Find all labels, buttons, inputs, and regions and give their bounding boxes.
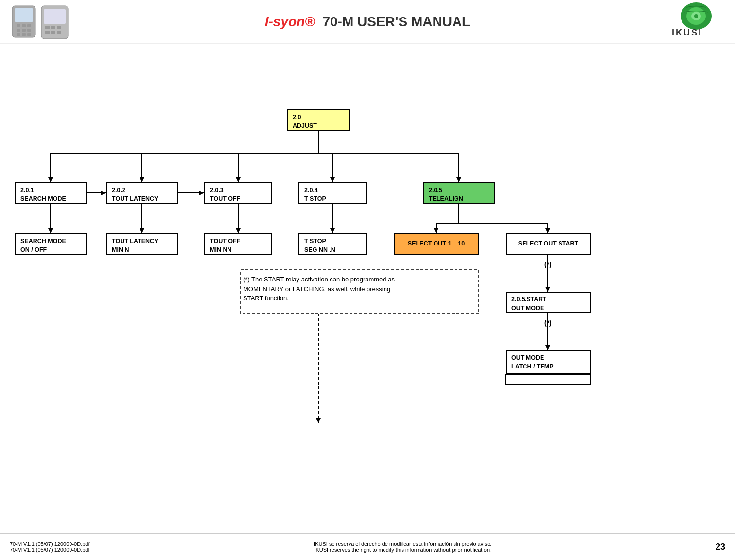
node-tout-latency-sub-l1: TOUT LATENCY <box>112 237 172 246</box>
diagram-area: 2.0 ADJUST 2.0.1 SEARCH MODE 2.0.2 TOUT … <box>0 44 735 520</box>
node-2-0-1-label: SEARCH MODE <box>20 195 81 204</box>
svg-point-22 <box>694 14 698 18</box>
svg-text:IKUSI: IKUSI <box>672 28 702 37</box>
svg-marker-37 <box>48 228 53 233</box>
node-2-0-5-start-l1: 2.0.5.START <box>511 296 585 304</box>
node-2-0-3-label: TOUT OFF <box>210 195 266 204</box>
svg-marker-29 <box>140 177 144 182</box>
footer-left: 70-M V1.1 (05/07) 120009-0D.pdf 70-M V1.… <box>10 541 90 553</box>
node-2-0-3-id: 2.0.3 <box>210 186 266 195</box>
svg-rect-16 <box>45 31 50 34</box>
node-2-0-1: 2.0.1 SEARCH MODE <box>15 182 87 204</box>
svg-rect-8 <box>17 33 20 36</box>
node-2-0-5-start-l2: OUT MODE <box>511 304 585 313</box>
node-2-0-5-label: TELEALIGN <box>429 195 489 204</box>
svg-marker-45 <box>101 191 106 195</box>
svg-marker-31 <box>236 177 241 182</box>
node-2-0-label: 2.0 <box>293 113 344 122</box>
header-logo-left <box>10 3 73 40</box>
node-search-mode-sub-l1: SEARCH MODE <box>20 237 81 246</box>
svg-rect-12 <box>44 9 66 24</box>
svg-rect-6 <box>22 29 26 32</box>
node-2-0-3: 2.0.3 TOUT OFF <box>204 182 272 204</box>
node-select-out-label: SELECT OUT 1....10 <box>408 240 465 248</box>
node-2-0-5-id: 2.0.5 <box>429 186 489 195</box>
svg-marker-39 <box>140 228 144 233</box>
ikusi-logo: IKUSI <box>667 2 725 41</box>
node-tout-latency-sub-l2: MIN N <box>112 246 172 255</box>
header-title: I-syon® 70-M USER'S MANUAL <box>265 14 470 30</box>
svg-rect-58 <box>506 374 591 384</box>
node-select-out: SELECT OUT 1....10 <box>394 233 479 255</box>
footer-note2: IKUSI reserves the right to modify this … <box>314 547 491 553</box>
svg-marker-47 <box>199 191 204 195</box>
svg-rect-17 <box>51 31 55 34</box>
header: I-syon® 70-M USER'S MANUAL IKUSI <box>0 0 735 44</box>
svg-marker-53 <box>545 228 550 233</box>
note-line-3: START function. <box>243 294 474 303</box>
node-2-0-4: 2.0.4 T STOP <box>298 182 367 204</box>
node-2-0-2-id: 2.0.2 <box>112 186 172 195</box>
node-tout-off-sub: TOUT OFF MIN NN <box>204 233 272 255</box>
svg-rect-15 <box>57 26 61 29</box>
footer-line1: 70-M V1.1 (05/07) 120009-0D.pdf <box>10 541 90 547</box>
node-search-mode-sub: SEARCH MODE ON / OFF <box>15 233 87 255</box>
phone-icons <box>10 3 73 40</box>
svg-rect-1 <box>15 8 33 22</box>
svg-rect-5 <box>17 29 20 32</box>
svg-marker-35 <box>456 177 461 182</box>
svg-rect-14 <box>51 26 55 29</box>
node-select-out-start: SELECT OUT START <box>506 233 591 255</box>
svg-rect-13 <box>45 26 50 29</box>
svg-marker-33 <box>330 177 335 182</box>
footer-page: 23 <box>716 542 725 552</box>
svg-marker-27 <box>48 177 53 182</box>
svg-rect-7 <box>27 29 31 32</box>
node-t-stop-sub-l2: SEG NN .N <box>304 246 361 255</box>
svg-rect-4 <box>27 24 31 27</box>
node-search-mode-sub-l2: ON / OFF <box>20 246 81 255</box>
node-out-mode-latch-l1: OUT MODE <box>511 354 585 363</box>
footer-note1: IKUSI se reserva el derecho de modificar… <box>314 541 491 547</box>
node-select-out-start-label: SELECT OUT START <box>518 240 578 248</box>
svg-marker-41 <box>236 228 241 233</box>
svg-rect-2 <box>17 24 20 27</box>
node-t-stop-sub-l1: T STOP <box>304 237 361 246</box>
note-line-2: MOMENTARY or LATCHING, as well, while pr… <box>243 284 474 294</box>
node-2-0-1-id: 2.0.1 <box>20 186 81 195</box>
node-2-0-5-start: 2.0.5.START OUT MODE <box>506 292 591 313</box>
node-2-0-5: 2.0.5 TELEALIGN <box>423 182 495 204</box>
svg-marker-57 <box>545 345 550 350</box>
svg-marker-61 <box>316 418 321 423</box>
node-t-stop-sub: T STOP SEG NN .N <box>298 233 367 255</box>
node-out-mode-latch: OUT MODE LATCH / TEMP <box>506 350 591 374</box>
footer-center: IKUSI se reserva el derecho de modificar… <box>314 541 491 553</box>
node-2-0-4-id: 2.0.4 <box>304 186 361 195</box>
svg-rect-18 <box>57 31 61 34</box>
footer-line2: 70-M V1.1 (05/07) 120009-0D.pdf <box>10 547 90 553</box>
asterisk-1: (*) <box>544 261 552 268</box>
note-line-1: (*) The START relay activation can be pr… <box>243 275 474 284</box>
svg-rect-3 <box>22 24 26 27</box>
node-2-0-4-label: T STOP <box>304 195 361 204</box>
node-2-0-2: 2.0.2 TOUT LATENCY <box>106 182 178 204</box>
diagram-note: (*) The START relay activation can be pr… <box>243 275 474 303</box>
svg-marker-43 <box>330 228 335 233</box>
svg-rect-9 <box>22 33 26 36</box>
asterisk-2: (*) <box>544 319 552 327</box>
ikusi-leaf-icon: IKUSI <box>667 2 725 39</box>
node-2-0-sublabel: ADJUST <box>293 122 344 131</box>
svg-marker-51 <box>434 228 438 233</box>
svg-marker-55 <box>545 287 550 292</box>
node-2-0-2-label: TOUT LATENCY <box>112 195 172 204</box>
node-out-mode-latch-l2: LATCH / TEMP <box>511 363 585 371</box>
footer: 70-M V1.1 (05/07) 120009-0D.pdf 70-M V1.… <box>0 533 735 560</box>
node-tout-off-sub-l2: MIN NN <box>210 246 266 255</box>
node-2-0: 2.0 ADJUST <box>287 109 350 131</box>
node-tout-latency-sub: TOUT LATENCY MIN N <box>106 233 178 255</box>
svg-rect-10 <box>27 33 31 36</box>
node-tout-off-sub-l1: TOUT OFF <box>210 237 266 246</box>
